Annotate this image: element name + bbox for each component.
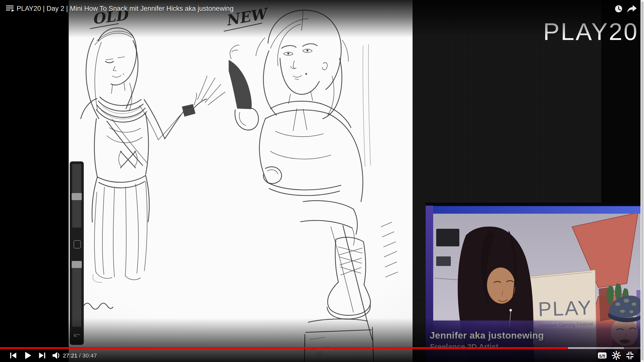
previous-button[interactable]	[8, 350, 19, 361]
video-title: PLAY20 | Day 2 | Mini How To Snack mit J…	[17, 5, 444, 13]
scrollbar-thumb[interactable]	[641, 2, 643, 360]
play-button[interactable]	[22, 350, 33, 361]
time-duration: 30:47	[82, 352, 97, 359]
toolbar-shape-button	[73, 240, 81, 249]
webcam-pip: PLAY Creative Gaming Festival	[426, 203, 640, 362]
time-separator: /	[77, 352, 83, 359]
time-display: 27:21 / 30:47	[63, 352, 97, 359]
volume-icon[interactable]	[50, 350, 61, 361]
video-surface[interactable]: OLD NEW	[0, 0, 644, 362]
progress-played	[0, 347, 568, 349]
guest-role: Freelance 2D Artist	[430, 342, 498, 351]
chevron-down-icon	[316, 351, 324, 355]
share-arrow-icon[interactable]	[626, 3, 638, 15]
toolbar-slider-handle-2	[72, 261, 82, 268]
toolbar-slider-handle	[72, 193, 82, 200]
toolbar-slider-track-2	[72, 268, 81, 327]
playlist-icon[interactable]	[6, 5, 15, 13]
time-current: 27:21	[63, 352, 77, 359]
sketch-drawing: OLD NEW	[69, 0, 413, 362]
scrollbar-track[interactable]	[640, 0, 644, 362]
guest-name: Jennifer aka justonewing	[430, 330, 544, 341]
play20-logo: PLAY20	[525, 18, 638, 46]
subtitles-icon[interactable]	[597, 350, 608, 361]
lower-third-banner	[426, 321, 640, 362]
next-button[interactable]	[37, 350, 48, 361]
progress-bar[interactable]	[0, 347, 640, 349]
drawing-app-toolbar	[70, 161, 84, 345]
clock-icon[interactable]	[613, 3, 624, 15]
exit-fullscreen-icon[interactable]	[624, 350, 635, 361]
play-box-title: PLAY	[538, 296, 592, 321]
undo-icon	[73, 332, 81, 340]
gear-icon[interactable]	[611, 350, 622, 361]
drawing-canvas: OLD NEW	[69, 0, 413, 362]
